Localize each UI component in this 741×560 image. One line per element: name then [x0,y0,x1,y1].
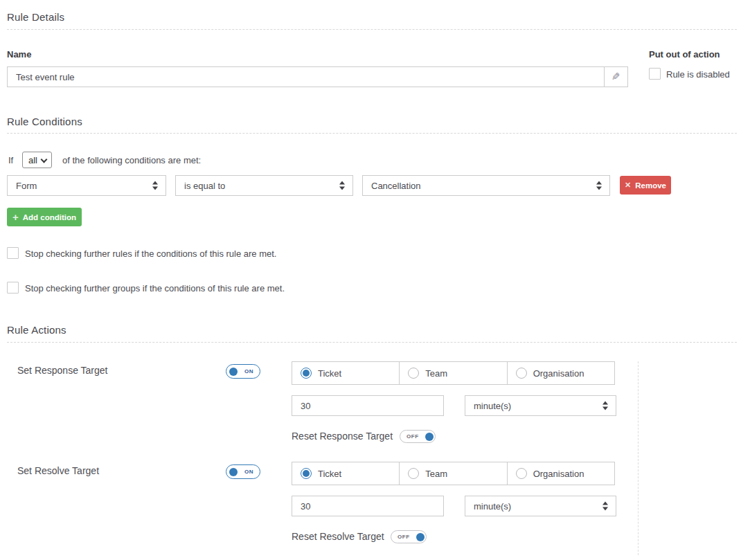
stop-groups-label: Stop checking further groups if the cond… [25,283,285,293]
sort-arrows-icon [339,181,345,190]
toggle-knob-icon [229,468,238,476]
stop-rules-checkbox[interactable] [7,247,19,259]
reset-resolve-target-label: Reset Resolve Target [292,531,384,542]
response-unit-value: minute(s) [474,401,511,411]
rule-details-heading: Rule Details [7,11,64,23]
section-divider [7,342,737,343]
radio-icon [516,468,527,479]
radio-selected-icon [301,368,312,379]
set-response-target-label: Set Response Target [17,365,108,376]
sort-arrows-icon [602,401,608,410]
edit-name-button[interactable]: ✎ [604,67,627,87]
condition-operator-value: is equal to [184,181,225,191]
remove-label: Remove [635,181,666,190]
resolve-unit-value: minute(s) [474,501,511,512]
match-mode-value: all [28,155,37,165]
ticket-label: Ticket [318,368,341,379]
sort-arrows-icon [152,181,158,190]
ticket-label: Ticket [318,469,341,479]
toggle-state-label: ON [244,368,253,374]
resolve-target-organisation-option[interactable]: Organisation [508,462,614,485]
rule-name-input[interactable] [8,67,604,87]
team-label: Team [425,469,447,479]
pencil-icon: ✎ [611,71,621,83]
toggle-state-label: OFF [407,433,419,440]
remove-condition-button[interactable]: ✕ Remove [620,176,671,195]
toggle-state-label: OFF [398,534,410,540]
reset-response-target-toggle[interactable]: OFF [400,430,436,443]
reset-response-target-label: Reset Response Target [292,431,393,442]
section-divider [7,133,737,134]
rule-disabled-checkbox[interactable] [649,68,661,80]
toggle-knob-icon [416,533,425,541]
response-target-ticket-option[interactable]: Ticket [292,362,400,384]
resolve-target-ticket-option[interactable]: Ticket [292,462,400,485]
if-label: If [8,155,13,165]
add-condition-label: Add condition [23,213,76,222]
x-icon: ✕ [625,181,631,190]
radio-icon [408,468,419,479]
put-out-of-action-label: Put out of action [649,49,720,60]
rule-conditions-heading: Rule Conditions [7,116,82,127]
response-target-organisation-option[interactable]: Organisation [508,362,614,384]
response-unit-select[interactable]: minute(s) [465,395,616,416]
rule-actions-heading: Rule Actions [7,324,66,336]
set-resolve-target-label: Set Resolve Target [17,465,99,476]
radio-selected-icon [301,468,312,479]
section-divider [7,29,737,30]
organisation-label: Organisation [533,368,584,379]
condition-field-select[interactable]: Form [7,175,166,196]
condition-operator-select[interactable]: is equal to [175,175,353,196]
add-condition-button[interactable]: + Add condition [7,208,82,226]
response-target-team-option[interactable]: Team [400,362,507,384]
chevron-down-icon [41,156,48,163]
condition-value-select[interactable]: Cancellation [362,175,610,196]
stop-groups-checkbox[interactable] [7,282,19,293]
resolve-target-toggle[interactable]: ON [226,464,260,479]
team-label: Team [425,368,447,379]
match-mode-select[interactable]: all [22,152,52,168]
plus-icon: + [12,211,19,223]
sort-arrows-icon [596,181,602,190]
radio-icon [408,368,419,379]
sort-arrows-icon [602,502,608,511]
organisation-label: Organisation [533,469,584,479]
actions-column-divider [638,361,639,555]
toggle-knob-icon [425,433,434,441]
response-target-toggle[interactable]: ON [226,364,260,379]
name-label: Name [7,49,31,60]
conditions-sentence: of the following conditions are met: [62,155,201,165]
rule-name-input-group: ✎ [7,66,628,87]
condition-value-value: Cancellation [371,181,421,191]
condition-field-value: Form [16,181,37,191]
resolve-target-radio-group: Ticket Team Organisation [292,462,615,485]
resolve-unit-select[interactable]: minute(s) [465,496,616,516]
resolve-duration-input[interactable] [292,496,444,516]
toggle-knob-icon [229,368,238,376]
response-duration-input[interactable] [292,395,444,416]
radio-icon [516,368,527,379]
resolve-target-team-option[interactable]: Team [400,462,507,485]
response-target-radio-group: Ticket Team Organisation [292,361,615,385]
reset-resolve-target-toggle[interactable]: OFF [391,530,427,543]
rule-disabled-label: Rule is disabled [666,69,730,80]
toggle-state-label: ON [244,469,253,475]
stop-rules-label: Stop checking further rules if the condi… [25,249,276,259]
